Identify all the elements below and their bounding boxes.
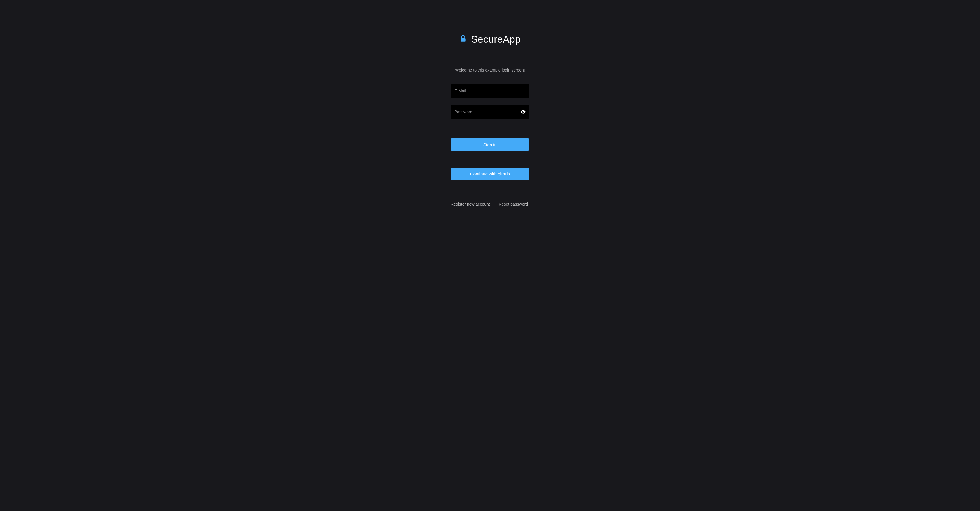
signin-button[interactable]: Sign in	[450, 138, 530, 151]
continue-github-button[interactable]: Continue with github	[450, 168, 530, 180]
svg-point-3	[462, 40, 462, 41]
app-title: SecureApp	[471, 34, 520, 45]
login-form: Welcome to this example login screen! Si…	[450, 68, 530, 206]
welcome-message: Welcome to this example login screen!	[450, 68, 530, 72]
eye-icon[interactable]	[520, 109, 526, 115]
footer-links: Register new account Reset password	[450, 202, 530, 206]
password-field[interactable]	[450, 105, 530, 119]
reset-password-link[interactable]: Reset password	[499, 202, 528, 206]
email-field[interactable]	[450, 83, 530, 98]
register-link[interactable]: Register new account	[450, 202, 490, 206]
svg-rect-0	[461, 38, 466, 42]
password-input-wrapper	[450, 105, 530, 119]
app-header: SecureApp	[460, 34, 520, 45]
lock-icon	[460, 35, 467, 43]
email-input-wrapper	[450, 83, 530, 98]
